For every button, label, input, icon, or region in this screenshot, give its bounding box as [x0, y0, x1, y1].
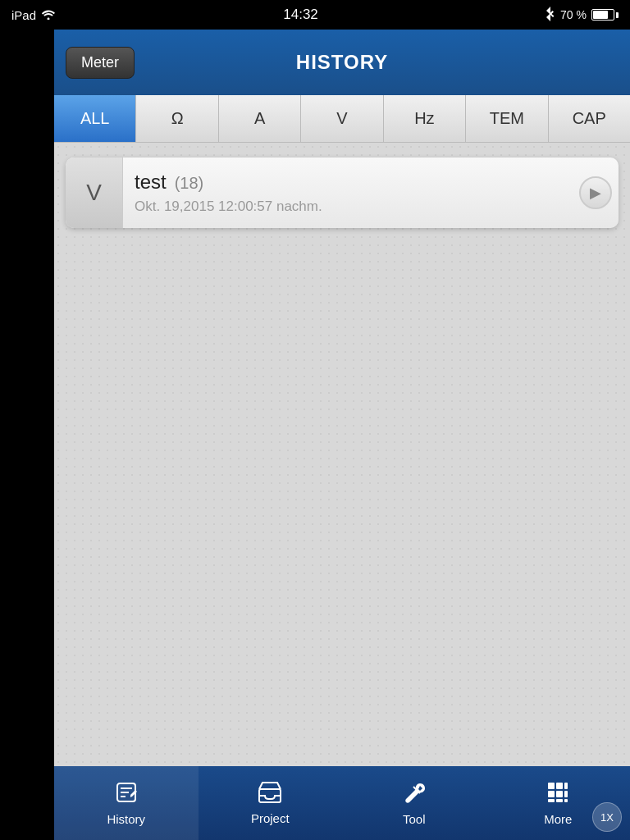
tab-project[interactable]: Project — [199, 766, 343, 840]
tab-all[interactable]: ALL — [54, 95, 136, 142]
play-icon[interactable]: ▶ — [579, 176, 612, 209]
svg-rect-13 — [548, 799, 555, 802]
card-name: test — [135, 171, 167, 194]
status-right: 70 % — [546, 7, 619, 24]
tab-cap[interactable]: CAP — [549, 95, 630, 142]
tab-hz[interactable]: Hz — [384, 95, 466, 142]
grid-icon — [546, 780, 570, 809]
card-info: test (18) Okt. 19,2015 12:00:57 nachm. — [123, 158, 573, 228]
card-type-badge: V — [66, 158, 123, 228]
battery-percent: 70 % — [560, 8, 587, 21]
svg-point-5 — [406, 800, 409, 802]
tab-tem[interactable]: TEM — [466, 95, 548, 142]
tab-more-label: More — [544, 812, 572, 826]
tab-tool[interactable]: Tool — [342, 766, 486, 840]
svg-rect-14 — [556, 799, 563, 802]
status-left: iPad — [11, 8, 56, 22]
card-count: (18) — [175, 174, 204, 193]
filter-tabs: ALL Ω A V Hz TEM CAP — [54, 95, 630, 143]
tab-volt[interactable]: V — [301, 95, 383, 142]
header: Meter HISTORY — [54, 30, 630, 95]
app-container: Meter HISTORY ALL Ω A V Hz TEM CAP V — [54, 30, 630, 840]
device-label: iPad — [11, 8, 36, 22]
wrench-icon — [402, 780, 427, 809]
tab-history[interactable]: History — [54, 766, 199, 840]
status-bar: iPad 14:32 70 % — [0, 0, 630, 30]
bluetooth-icon — [546, 7, 555, 24]
svg-rect-15 — [564, 799, 568, 802]
tab-tool-label: Tool — [403, 812, 426, 826]
version-badge: 1X — [592, 802, 622, 832]
page-title: HISTORY — [296, 51, 388, 74]
card-date: Okt. 19,2015 12:00:57 nachm. — [135, 199, 561, 215]
svg-rect-8 — [556, 783, 563, 789]
edit-icon — [114, 780, 139, 809]
card-title-row: test (18) — [135, 171, 561, 194]
status-time: 14:32 — [283, 7, 318, 23]
list-item[interactable]: V test (18) Okt. 19,2015 12:00:57 nachm.… — [66, 158, 619, 228]
wifi-icon — [41, 8, 56, 22]
svg-rect-9 — [564, 783, 568, 789]
svg-rect-11 — [556, 791, 563, 797]
battery-icon — [591, 9, 619, 21]
svg-rect-10 — [548, 791, 555, 797]
svg-rect-12 — [564, 791, 568, 797]
svg-rect-7 — [548, 783, 555, 789]
tab-history-label: History — [107, 812, 145, 826]
tab-ohm[interactable]: Ω — [136, 95, 218, 142]
tab-project-label: Project — [251, 811, 290, 825]
card-arrow[interactable]: ▶ — [573, 158, 619, 228]
tab-bar: History Project Tool — [54, 766, 630, 840]
tab-amp[interactable]: A — [219, 95, 301, 142]
content-area: V test (18) Okt. 19,2015 12:00:57 nachm.… — [54, 143, 630, 766]
meter-button[interactable]: Meter — [66, 47, 135, 79]
inbox-icon — [258, 781, 282, 808]
